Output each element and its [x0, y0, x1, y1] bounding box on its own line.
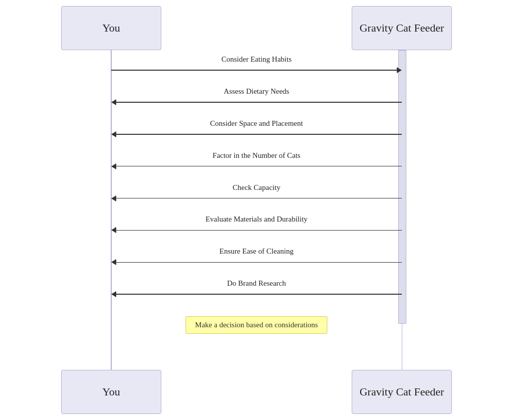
arrow-8 [111, 290, 402, 299]
message-label-2: Assess Dietary Needs [111, 87, 402, 96]
arrow-7 [111, 258, 402, 267]
note-box: Make a decision based on considerations [185, 316, 327, 334]
actor-you-top-label: You [102, 22, 120, 35]
actor-gcf-bottom: Gravity Cat Feeder [352, 370, 452, 414]
arrow-2 [111, 98, 402, 107]
actor-you-bottom-label: You [102, 385, 120, 398]
actor-gcf-top-label: Gravity Cat Feeder [360, 22, 444, 35]
message-label-6: Evaluate Materials and Durability [111, 215, 402, 224]
note-label: Make a decision based on considerations [195, 321, 318, 329]
arrow-3 [111, 130, 402, 139]
message-1: Consider Eating Habits [111, 55, 402, 75]
actor-gcf-bottom-label: Gravity Cat Feeder [360, 385, 444, 398]
actors-top: You Gravity Cat Feeder [61, 6, 452, 50]
arrow-1 [111, 66, 402, 75]
message-7: Ensure Ease of Cleaning [111, 247, 402, 267]
message-label-7: Ensure Ease of Cleaning [111, 247, 402, 256]
message-3: Consider Space and Placement [111, 119, 402, 139]
arrow-5 [111, 194, 402, 203]
message-label-1: Consider Eating Habits [111, 55, 402, 64]
message-label-3: Consider Space and Placement [111, 119, 402, 128]
actor-you-top: You [61, 6, 161, 50]
arrow-4 [111, 162, 402, 171]
actors-bottom: You Gravity Cat Feeder [61, 370, 452, 414]
sequence-area: Consider Eating HabitsAssess Dietary Nee… [61, 50, 452, 370]
message-label-4: Factor in the Number of Cats [111, 151, 402, 160]
message-4: Factor in the Number of Cats [111, 151, 402, 171]
message-2: Assess Dietary Needs [111, 87, 402, 107]
message-label-5: Check Capacity [111, 183, 402, 192]
message-6: Evaluate Materials and Durability [111, 215, 402, 235]
actor-you-bottom: You [61, 370, 161, 414]
arrow-6 [111, 226, 402, 235]
actor-gcf-top: Gravity Cat Feeder [352, 6, 452, 50]
message-8: Do Brand Research [111, 279, 402, 299]
diagram-container: You Gravity Cat Feeder Consider Eating H… [0, 0, 513, 420]
message-label-8: Do Brand Research [111, 279, 402, 288]
message-5: Check Capacity [111, 183, 402, 203]
